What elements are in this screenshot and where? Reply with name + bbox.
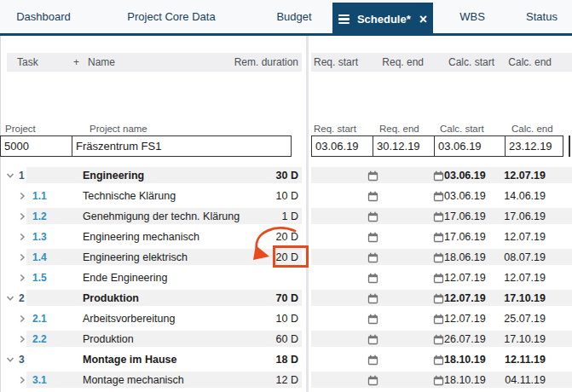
rem-duration-cell[interactable]: 10 D (230, 186, 298, 206)
rem-duration-cell[interactable]: 30 D (230, 165, 298, 186)
plus-button[interactable]: + (73, 53, 79, 72)
req-start-calendar-icon[interactable] (367, 308, 378, 329)
column-name[interactable]: Name (88, 53, 115, 72)
req-end-calendar-icon[interactable] (433, 308, 444, 329)
task-number[interactable]: 3.1 (32, 370, 47, 390)
req-end-calendar-icon[interactable] (433, 268, 444, 288)
req-start-calendar-icon[interactable] (367, 165, 378, 186)
tab-wbs[interactable]: WBS (433, 0, 511, 33)
close-icon[interactable]: × (419, 13, 427, 26)
task-number[interactable]: 1.3 (32, 227, 47, 247)
calc-start-field[interactable] (434, 135, 506, 157)
task-row: 1.1Technische Klärung10 D03.06.1914.06.1… (0, 186, 572, 206)
req-end-calendar-icon[interactable] (433, 186, 444, 206)
calc-end-field[interactable] (505, 135, 563, 157)
chevron-right-icon[interactable] (18, 329, 26, 349)
column-header-row: Task + Name Rem. duration Req. start Req… (7, 53, 572, 72)
task-name-cell[interactable]: Engineering mechanisch (83, 227, 199, 247)
chevron-right-icon[interactable] (18, 206, 26, 227)
tab-dashboard[interactable]: Dashboard (0, 0, 87, 33)
calc-start-cell: 12.07.19 (444, 288, 485, 308)
calc-start-cell: 18.06.19 (444, 247, 485, 268)
chevron-right-icon[interactable] (18, 247, 26, 268)
calc-start-cell: 12.07.19 (444, 308, 485, 329)
task-number[interactable]: 1.2 (32, 206, 47, 227)
req-end-calendar-icon[interactable] (433, 247, 444, 268)
task-name-cell[interactable]: Genehmigung der techn. Klärung (83, 206, 240, 227)
req-end-calendar-icon[interactable] (433, 165, 444, 186)
hamburger-icon[interactable] (338, 14, 350, 25)
task-number[interactable]: 2.1 (32, 308, 47, 329)
active-tab-label: Schedule* (357, 13, 411, 26)
task-number[interactable]: 1.4 (32, 247, 47, 268)
task-name-cell[interactable]: Arbeitsvorbereitung (83, 308, 175, 329)
column-calc-end[interactable]: Calc. end (483, 53, 552, 72)
rem-duration-cell[interactable]: 60 D (230, 329, 298, 349)
task-number[interactable]: 2 (19, 288, 25, 308)
req-start-calendar-icon[interactable] (367, 329, 378, 349)
req-end-calendar-icon[interactable] (433, 349, 444, 370)
req-start-calendar-icon[interactable] (367, 349, 378, 370)
calc-end-cell: 12.11.19 (490, 349, 546, 370)
req-start-calendar-icon[interactable] (367, 288, 378, 308)
req-start-calendar-icon[interactable] (367, 227, 378, 247)
req-end-field[interactable] (373, 135, 435, 157)
calc-end-cell: 12.07.19 (490, 165, 546, 186)
req-end-calendar-icon[interactable] (433, 227, 444, 247)
task-number[interactable]: 3 (19, 349, 25, 370)
tab-budget[interactable]: Budget (256, 0, 332, 33)
chevron-down-icon[interactable] (6, 349, 14, 370)
chevron-right-icon[interactable] (18, 370, 26, 390)
tab-status[interactable]: Status (511, 0, 572, 33)
chevron-right-icon[interactable] (18, 268, 26, 288)
column-rem-duration[interactable]: Rem. duration (213, 53, 298, 72)
task-name-cell[interactable]: Ende Engineering (83, 268, 167, 288)
req-end-calendar-icon[interactable] (433, 206, 444, 227)
task-number[interactable]: 1.1 (32, 186, 47, 206)
rem-duration-cell[interactable]: 10 D (230, 308, 298, 329)
column-req-end[interactable]: Req. end (355, 53, 424, 72)
task-name-cell[interactable]: Montage mechanisch (83, 370, 184, 390)
rem-duration-cell[interactable] (230, 268, 298, 288)
calc-start-cell: 26.07.19 (444, 329, 485, 349)
calc-start-cell: 03.06.19 (444, 165, 485, 186)
req-start-calendar-icon[interactable] (367, 268, 378, 288)
task-name-cell[interactable]: Montage im Hause (83, 349, 176, 370)
req-start-calendar-icon[interactable] (367, 206, 378, 227)
task-name-cell[interactable]: Produktion (83, 329, 134, 349)
task-number[interactable]: 1 (19, 165, 25, 186)
req-end-calendar-icon[interactable] (433, 329, 444, 349)
task-name-cell[interactable]: Engineering (83, 165, 144, 186)
task-number[interactable]: 2.2 (32, 329, 47, 349)
chevron-down-icon[interactable] (6, 288, 14, 308)
task-name-cell[interactable]: Produktion (83, 288, 139, 308)
column-req-start[interactable]: Req. start (290, 53, 358, 72)
chevron-down-icon[interactable] (6, 165, 14, 186)
chevron-right-icon[interactable] (18, 227, 26, 247)
tab-project-core-data[interactable]: Project Core Data (87, 0, 256, 33)
req-end-calendar-icon[interactable] (433, 370, 444, 390)
chevron-right-icon[interactable] (18, 308, 26, 329)
task-name-cell[interactable]: Technische Klärung (83, 186, 176, 206)
rem-duration-cell[interactable]: 18 D (230, 349, 298, 370)
tab-schedule-active[interactable]: Schedule* × (332, 3, 433, 36)
req-start-calendar-icon[interactable] (367, 247, 378, 268)
req-end-calendar-icon[interactable] (433, 288, 444, 308)
task-row: 2Produktion70 D12.07.1917.10.19 (0, 288, 572, 308)
req-start-field[interactable] (311, 135, 373, 157)
project-id-field[interactable] (0, 135, 72, 157)
rem-duration-cell[interactable]: 12 D (230, 370, 298, 390)
task-name-cell[interactable]: Engineering elektrisch (83, 247, 188, 268)
req-start-calendar-icon[interactable] (367, 186, 378, 206)
label-calc-end: Calc. end (511, 124, 553, 134)
chevron-right-icon[interactable] (18, 186, 26, 206)
task-number[interactable]: 1.5 (32, 268, 47, 288)
req-start-calendar-icon[interactable] (367, 370, 378, 390)
column-task[interactable]: Task (17, 53, 38, 72)
rem-duration-cell[interactable]: 70 D (230, 288, 298, 308)
calc-end-cell: 12.07.19 (490, 268, 546, 288)
calc-end-cell: 17.06.19 (490, 206, 546, 227)
pane-divider[interactable] (302, 36, 311, 392)
project-name-field[interactable] (72, 135, 292, 157)
task-row: 3.1Montage mechanisch12 D18.10.1904.11.1… (0, 370, 572, 390)
